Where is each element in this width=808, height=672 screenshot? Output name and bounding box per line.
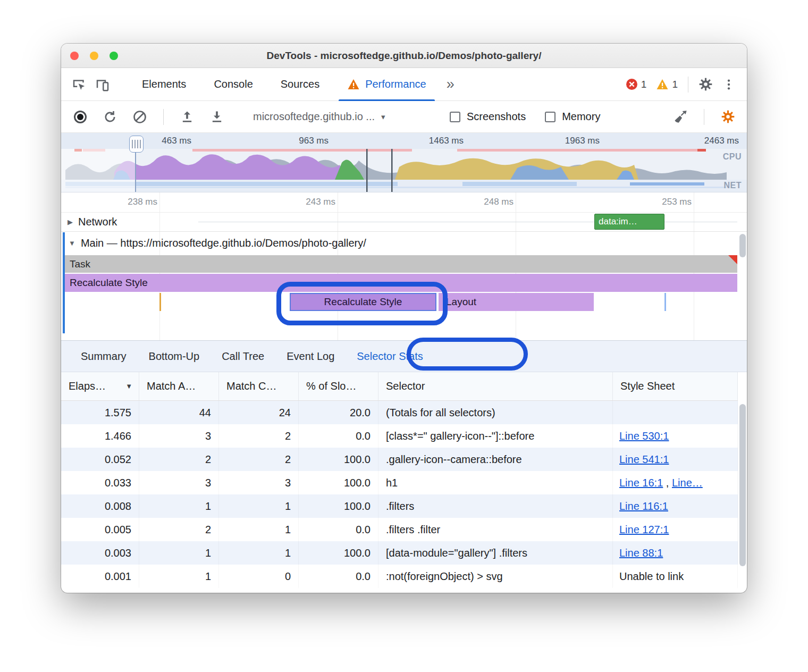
warning-count: 1 <box>672 79 678 90</box>
performance-toolbar: microsoftedge.github.io ... ▾ Screenshot… <box>61 101 747 133</box>
collapsed-triangle-icon: ▶ <box>68 218 73 226</box>
cpu-track-label: CPU <box>723 152 742 162</box>
table-scrollbar-thumb[interactable] <box>739 404 746 566</box>
screenshots-checkbox-group: Screenshots <box>450 111 526 123</box>
cell-elapsed: 1.575 <box>61 401 139 424</box>
capture-settings-button[interactable] <box>716 105 739 129</box>
device-toolbar-button[interactable] <box>91 73 114 96</box>
stylesheet-link[interactable]: Line 530:1 <box>619 430 669 442</box>
overview-window-handle[interactable] <box>129 136 144 153</box>
recalculate-style-label: Recalculate Style <box>70 277 148 288</box>
table-row[interactable]: 0.008 1 1 100.0 .filters Line 116:1 <box>61 494 738 518</box>
main-track-header[interactable]: ▼ Main — https://microsoftedge.github.io… <box>69 237 366 249</box>
cell-selector: [data-module="gallery"] .filters <box>378 541 613 565</box>
cell-match-attempts: 3 <box>139 424 219 448</box>
header-match-count[interactable]: Match C… <box>219 372 299 400</box>
details-tabbar: Summary Bottom-Up Call Tree Event Log Se… <box>61 340 747 372</box>
record-and-reload-button[interactable] <box>98 105 122 129</box>
more-tabs-button[interactable]: » <box>440 76 461 93</box>
table-row[interactable]: 0.003 1 1 100.0 [data-module="gallery"] … <box>61 541 738 565</box>
cell-style-sheet: Line 541:1 <box>613 448 738 471</box>
stylesheet-link[interactable]: Line 16:1 <box>619 477 663 489</box>
device-toolbar-icon <box>95 77 111 93</box>
zoom-window-button[interactable] <box>110 52 118 60</box>
ruler-label: 253 ms <box>638 197 692 207</box>
collect-garbage-button[interactable] <box>669 105 692 129</box>
close-window-button[interactable] <box>70 52 79 60</box>
warning-triangle-icon <box>347 79 360 90</box>
layout-event-bar[interactable]: Layout <box>439 293 594 311</box>
cell-style-sheet: Unable to link <box>613 565 738 588</box>
table-row[interactable]: 0.033 3 3 100.0 h1 Line 16:1 , Line… <box>61 471 738 494</box>
header-selector[interactable]: Selector <box>378 372 613 400</box>
event-tick[interactable] <box>159 293 161 311</box>
chevron-down-icon: ▾ <box>381 112 385 122</box>
screenshots-checkbox[interactable] <box>450 112 460 122</box>
tab-call-tree[interactable]: Call Tree <box>211 340 275 372</box>
cell-match-count: 1 <box>219 494 299 518</box>
cell-selector: .gallery-icon--camera::before <box>378 448 613 471</box>
cell-slow-pct: 0.0 <box>299 518 378 541</box>
stylesheet-link[interactable]: Line 541:1 <box>619 453 669 465</box>
record-button[interactable] <box>69 105 92 129</box>
tab-event-log[interactable]: Event Log <box>275 340 346 372</box>
task-event-bar[interactable]: Task <box>65 255 737 273</box>
tab-console[interactable]: Console <box>200 68 266 101</box>
header-match-attempts[interactable]: Match A… <box>139 372 219 400</box>
settings-button[interactable] <box>694 73 717 96</box>
stylesheet-link[interactable]: Line 88:1 <box>619 547 663 559</box>
header-label: Elaps… <box>69 380 106 392</box>
cell-style-sheet: Line 127:1 <box>613 518 738 541</box>
inspect-icon <box>71 77 87 93</box>
table-row[interactable]: 1.466 3 2 0.0 [class*=" gallery-icon--"]… <box>61 424 738 448</box>
recalculate-style-event-bar[interactable]: Recalculate Style <box>65 274 737 292</box>
header-slow-pct[interactable]: % of Slo… <box>299 372 378 400</box>
cell-slow-pct: 100.0 <box>299 494 378 518</box>
tab-selector-stats[interactable]: Selector Stats <box>346 340 434 372</box>
memory-checkbox[interactable] <box>545 112 556 122</box>
overview-ruler: 463 ms 963 ms 1463 ms 1963 ms 2463 ms <box>61 133 747 149</box>
save-profile-button[interactable] <box>205 105 229 129</box>
record-icon <box>74 111 87 123</box>
stylesheet-link[interactable]: Line… <box>672 477 703 489</box>
network-request-chip[interactable]: data:im… <box>594 214 664 230</box>
table-row[interactable]: 0.052 2 2 100.0 .gallery-icon--camera::b… <box>61 448 738 471</box>
header-style-sheet[interactable]: Style Sheet <box>613 372 738 400</box>
cell-slow-pct: 100.0 <box>299 541 378 565</box>
cpu-activity-chart[interactable] <box>61 149 747 192</box>
recalculate-style-selected-event[interactable]: Recalculate Style <box>290 293 436 311</box>
table-row[interactable]: 0.005 2 1 0.0 .filters .filter Line 127:… <box>61 518 738 541</box>
tab-bottom-up[interactable]: Bottom-Up <box>138 340 211 372</box>
tab-summary[interactable]: Summary <box>70 340 138 372</box>
network-track-header[interactable]: ▶ Network <box>68 216 117 228</box>
tab-elements[interactable]: Elements <box>128 68 200 101</box>
table-row[interactable]: 0.001 1 0 0.0 :not(foreignObject) > svg … <box>61 565 738 588</box>
header-elapsed[interactable]: Elaps…▼ <box>61 372 139 400</box>
stylesheet-link[interactable]: Line 127:1 <box>619 524 669 535</box>
profile-select[interactable]: microsoftedge.github.io ... ▾ <box>253 111 434 123</box>
cell-elapsed: 0.003 <box>61 541 139 565</box>
screenshots-label: Screenshots <box>467 111 526 123</box>
stylesheet-link[interactable]: Line 116:1 <box>619 500 668 512</box>
cell-match-count: 1 <box>219 541 299 565</box>
window-titlebar[interactable]: DevTools - microsoftedge.github.io/Demos… <box>61 44 747 68</box>
kebab-menu-button[interactable] <box>717 73 740 96</box>
load-profile-button[interactable] <box>175 105 199 129</box>
cell-match-count: 24 <box>219 401 299 424</box>
error-badge[interactable]: 1 <box>621 78 652 90</box>
minimize-window-button[interactable] <box>90 52 98 60</box>
event-tick[interactable] <box>664 293 666 311</box>
clear-button[interactable] <box>128 105 152 129</box>
flame-chart[interactable]: 238 ms 243 ms 248 ms 253 ms ▶ Network da… <box>61 192 747 340</box>
cell-match-attempts: 1 <box>139 565 219 588</box>
tab-sources[interactable]: Sources <box>267 68 333 101</box>
timeline-overview[interactable]: 463 ms 963 ms 1463 ms 1963 ms 2463 ms <box>61 133 747 192</box>
table-row[interactable]: 1.575 44 24 20.0 (Totals for all selecto… <box>61 401 738 424</box>
clear-icon <box>132 110 147 124</box>
network-track-label: Network <box>78 216 117 228</box>
flame-scrollbar-thumb[interactable] <box>739 234 746 257</box>
cell-selector: :not(foreignObject) > svg <box>378 565 613 588</box>
inspect-element-button[interactable] <box>68 73 91 96</box>
tab-performance[interactable]: Performance <box>333 68 440 101</box>
warning-badge[interactable]: 1 <box>651 79 683 90</box>
